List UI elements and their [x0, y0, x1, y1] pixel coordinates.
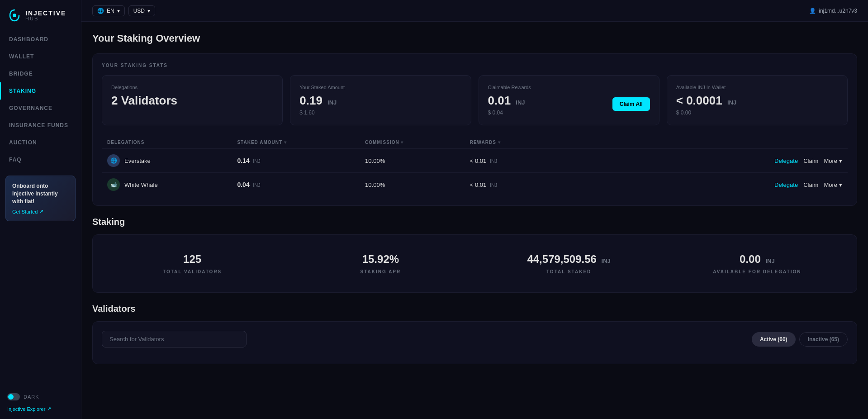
claim-all-button[interactable]: Claim All: [612, 97, 650, 111]
chevron-icon-more-everstake: ▾: [839, 157, 842, 164]
staked-amount-card: Your Staked Amount 0.19 INJ $ 1.60: [290, 75, 471, 125]
validator-icon-whitewhale: 🐋: [107, 178, 120, 191]
currency-selector[interactable]: USD ▾: [128, 5, 155, 16]
user-badge[interactable]: 👤 inj1md...u2n7v3: [809, 8, 857, 14]
onboard-card: Onboard onto Injective instantly with fi…: [5, 176, 76, 221]
toggle-knob: [8, 394, 14, 400]
sidebar-item-dashboard[interactable]: DASHBOARD: [0, 31, 81, 48]
staked-amount-value: 0.19 INJ: [299, 94, 461, 108]
sort-icon-commission: ▾: [401, 140, 403, 145]
sort-icon-rewards: ▾: [498, 140, 501, 145]
total-validators-value: 125: [106, 253, 278, 266]
delegate-button-whitewhale[interactable]: Delegate: [774, 181, 798, 188]
toggle-switch[interactable]: [7, 393, 20, 400]
staked-amount-label: Your Staked Amount: [299, 85, 461, 90]
staking-section-title: Staking: [92, 217, 857, 227]
staked-amount-usd: $ 1.60: [299, 110, 461, 116]
available-inj-value: < 0.0001 INJ: [676, 94, 838, 108]
delegations-table: DELEGATIONS STAKED AMOUNT ▾ COMMISSION ▾…: [102, 136, 848, 196]
delegations-value: 2 Validators: [111, 94, 273, 108]
svg-point-1: [13, 14, 16, 17]
claim-button-whitewhale[interactable]: Claim: [803, 181, 818, 188]
validator-tabs: Active (60) Inactive (65): [752, 332, 848, 347]
claimable-rewards-value: 0.01 INJ: [488, 94, 525, 108]
chevron-down-icon-currency: ▾: [147, 8, 150, 14]
col-rewards[interactable]: REWARDS ▾: [465, 136, 848, 149]
sidebar-item-staking[interactable]: STAKING: [0, 82, 81, 100]
sidebar-item-governance[interactable]: GOVERNANCE: [0, 100, 81, 117]
staking-apr-label: STAKING APR: [294, 269, 466, 274]
total-staked-value: 44,579,509.56 INJ: [483, 253, 655, 266]
col-staked-amount[interactable]: STAKED AMOUNT ▾: [232, 136, 360, 149]
language-value: EN: [107, 8, 114, 14]
delegate-button-everstake[interactable]: Delegate: [774, 157, 798, 164]
chevron-icon-more-whitewhale: ▾: [839, 181, 842, 188]
total-validators-label: TOTAL VALIDATORS: [106, 269, 278, 274]
total-staked-stat: 44,579,509.56 INJ TOTAL STAKED: [479, 244, 659, 283]
user-icon: 👤: [809, 8, 816, 14]
validator-name-everstake: Everstake: [124, 157, 151, 164]
sidebar-item-insurance-funds[interactable]: INSURANCE FUNDS: [0, 117, 81, 134]
logo-inj: INJECTIVE: [25, 10, 66, 16]
staking-stats-cards: 125 TOTAL VALIDATORS 15.92% STAKING APR …: [92, 234, 857, 293]
staked-cell-whitewhale: 0.04 INJ: [232, 173, 360, 197]
sidebar-item-wallet[interactable]: WALLET: [0, 48, 81, 65]
sort-icon-staked: ▾: [284, 140, 287, 145]
tab-active-validators[interactable]: Active (60): [752, 332, 796, 347]
user-address: inj1md...u2n7v3: [819, 8, 857, 14]
more-button-whitewhale[interactable]: More ▾: [824, 181, 842, 188]
staked-cell-everstake: 0.14 INJ: [232, 149, 360, 173]
sidebar-item-auction[interactable]: AUCTION: [0, 134, 81, 151]
col-commission[interactable]: COMMISSION ▾: [360, 136, 465, 149]
claimable-rewards-label: Claimable Rewards: [488, 85, 650, 90]
dark-mode-toggle[interactable]: DARK: [7, 393, 74, 400]
more-button-everstake[interactable]: More ▾: [824, 157, 842, 164]
table-row: 🐋 White Whale 0.04 INJ 10.00%: [102, 173, 848, 197]
stats-section-label: YOUR STAKING STATS: [102, 63, 848, 68]
content-area: Your Staking Overview YOUR STAKING STATS…: [81, 22, 868, 419]
validator-name-whitewhale: White Whale: [124, 181, 158, 188]
stats-cards: Delegations 2 Validators Your Staked Amo…: [102, 75, 848, 125]
sidebar-bottom: DARK Injective Explorer ↗: [0, 386, 81, 419]
rewards-cell-everstake: < 0.01 INJ Delegate Claim More ▾: [465, 149, 848, 173]
sidebar: INJECTIVE HUB DASHBOARD WALLET BRIDGE ST…: [0, 0, 81, 419]
commission-cell-whitewhale: 10.00%: [360, 173, 465, 197]
logo-area: INJECTIVE HUB: [0, 0, 81, 31]
dark-mode-label: DARK: [24, 394, 39, 400]
external-link-icon: ↗: [47, 406, 51, 412]
sidebar-item-faq[interactable]: FAQ: [0, 151, 81, 168]
topbar-left: 🌐 EN ▾ USD ▾: [92, 5, 155, 16]
claim-button-everstake[interactable]: Claim: [803, 157, 818, 164]
available-inj-usd: $ 0.00: [676, 110, 838, 116]
staking-stats-section: YOUR STAKING STATS Delegations 2 Validat…: [92, 53, 857, 206]
validators-section-title: Validators: [92, 304, 857, 314]
rewards-cell-whitewhale: < 0.01 INJ Delegate Claim More ▾: [465, 173, 848, 197]
validator-cell-whitewhale: 🐋 White Whale: [102, 173, 232, 197]
available-delegation-stat: 0.00 INJ AVAILABLE FOR DELEGATION: [667, 244, 848, 283]
table-row: 🌐 Everstake 0.14 INJ 10.00%: [102, 149, 848, 173]
rewards-content: 0.01 INJ $ 0.04 Claim All: [488, 94, 650, 116]
get-started-link[interactable]: Get Started ↗: [12, 209, 69, 214]
action-buttons-everstake: Delegate Claim More ▾: [774, 157, 842, 164]
explorer-link[interactable]: Injective Explorer ↗: [7, 406, 74, 412]
topbar: 🌐 EN ▾ USD ▾ 👤 inj1md...u2n7v3: [81, 0, 868, 22]
tab-inactive-validators[interactable]: Inactive (65): [799, 332, 848, 347]
onboard-title: Onboard onto Injective instantly with fi…: [12, 182, 69, 205]
total-validators-stat: 125 TOTAL VALIDATORS: [102, 244, 283, 283]
staking-apr-stat: 15.92% STAKING APR: [290, 244, 471, 283]
commission-cell-everstake: 10.00%: [360, 149, 465, 173]
col-delegations: DELEGATIONS: [102, 136, 232, 149]
logo-hub: HUB: [25, 16, 66, 21]
sidebar-item-bridge[interactable]: BRIDGE: [0, 65, 81, 82]
logo-text: INJECTIVE HUB: [25, 10, 66, 21]
language-selector[interactable]: 🌐 EN ▾: [92, 5, 125, 16]
action-buttons-whitewhale: Delegate Claim More ▾: [774, 181, 842, 188]
search-validators-input[interactable]: [102, 331, 247, 348]
validators-section: Active (60) Inactive (65): [92, 321, 857, 364]
claimable-rewards-usd: $ 0.04: [488, 110, 525, 116]
delegations-card: Delegations 2 Validators: [102, 75, 283, 125]
available-delegation-value: 0.00 INJ: [671, 253, 843, 266]
validators-header: Active (60) Inactive (65): [102, 331, 848, 348]
total-staked-label: TOTAL STAKED: [483, 269, 655, 274]
page-title: Your Staking Overview: [92, 33, 857, 44]
